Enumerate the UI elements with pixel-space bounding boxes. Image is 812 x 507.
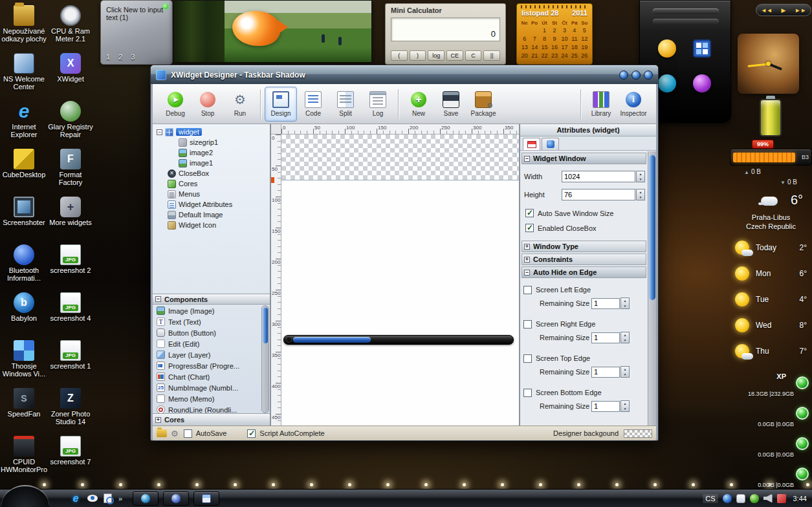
component-item[interactable]: ProgressBar (Progre... [154, 360, 260, 371]
spinner-up-icon[interactable] [637, 189, 644, 195]
toolbar-button-stop[interactable]: Stop [192, 87, 224, 122]
desktop-icon[interactable]: bBabylon [0, 290, 48, 338]
remaining-size-spinner[interactable] [620, 366, 630, 378]
edge-checkbox[interactable] [523, 286, 532, 294]
previous-track-icon[interactable]: ◄◄ [761, 7, 773, 14]
folder-icon[interactable] [157, 429, 167, 437]
toolbar-button-new[interactable]: New [402, 87, 435, 122]
spinner-down-icon[interactable] [637, 195, 644, 200]
drive-orb-icon[interactable] [796, 437, 809, 450]
collapse-icon[interactable] [524, 270, 530, 275]
calculator-button[interactable]: CE [446, 50, 463, 61]
window-titlebar[interactable]: XWidget Designer - Taskbar Shadow [151, 65, 658, 84]
tree-item-menus[interactable]: Menus [154, 189, 269, 199]
auto-save-checkbox[interactable] [525, 209, 534, 217]
media-gadget-icon[interactable] [693, 74, 711, 92]
drive-orb-icon[interactable] [796, 376, 809, 389]
calculator-button[interactable]: ( [391, 50, 408, 61]
calculator-button[interactable]: || [483, 50, 500, 61]
edge-checkbox[interactable] [523, 320, 532, 329]
component-item[interactable]: Text (Text) [154, 316, 260, 327]
quick-launch-overflow-icon[interactable]: » [118, 495, 122, 502]
components-scrollbar[interactable] [261, 305, 269, 413]
remaining-size-input[interactable] [591, 332, 620, 343]
calculator-button[interactable]: ) [410, 50, 426, 61]
section-auto-hide[interactable]: Auto Hide on Edge [521, 266, 646, 278]
toolbar-button-log[interactable]: Log [362, 87, 394, 122]
desktop-icon[interactable]: Screenshoter [0, 194, 48, 242]
tray-monitor-icon[interactable] [777, 494, 786, 503]
tree-item-widget-attributes[interactable]: Widget Attributes [154, 199, 269, 210]
toolbar-button-package[interactable]: Package [467, 87, 499, 122]
section-widget-window[interactable]: Widget Window [521, 153, 646, 164]
spinner-up-icon[interactable] [621, 401, 629, 406]
tree-item-image2[interactable]: image2 [154, 147, 269, 158]
components-header[interactable]: Components [153, 294, 270, 305]
tree-item-default-image[interactable]: Default Image [154, 210, 269, 220]
tiles-gadget-icon[interactable] [693, 39, 711, 58]
calculator-button[interactable]: C [465, 50, 482, 61]
spinner-down-icon[interactable] [637, 177, 644, 182]
toolbar-button-save[interactable]: Save [435, 87, 467, 122]
desktop-icon[interactable]: Glary Registry Repair [47, 98, 94, 146]
next-track-icon[interactable]: ►► [795, 7, 806, 14]
edge-checkbox[interactable] [523, 389, 532, 397]
autosave-checkbox[interactable] [184, 429, 192, 438]
desktop-icon[interactable]: JPGscreenshot 7 [47, 433, 94, 481]
spinner-down-icon[interactable] [621, 372, 629, 377]
toolbar-button-run[interactable]: Run [224, 87, 256, 122]
desktop-icon[interactable]: JPGscreenshot 4 [47, 290, 94, 338]
design-canvas[interactable] [281, 135, 519, 426]
expand-icon[interactable] [524, 257, 530, 263]
expand-icon[interactable] [524, 244, 530, 250]
desktop-icon[interactable]: SSpeedFan [0, 385, 48, 433]
desktop-icon[interactable]: ZZoner Photo Studio 14 [47, 385, 94, 433]
component-item[interactable]: NumbImage (NumbI... [154, 382, 260, 393]
tab-properties[interactable] [523, 138, 540, 150]
ie-quick-launch-icon[interactable]: e [70, 493, 82, 504]
desktop-icon[interactable]: Bluetooth Informati... [0, 242, 48, 290]
desktop-icon[interactable]: JPGscreenshot 1 [47, 338, 94, 385]
tree-expander-icon[interactable] [157, 129, 162, 135]
component-item[interactable]: Memo (Memo) [154, 393, 260, 404]
desktop-icon[interactable]: Nepoužívané odkazy plochy [0, 3, 48, 50]
remaining-size-spinner[interactable] [620, 400, 630, 412]
desktop-icon[interactable]: JPGscreenshot 2 [47, 242, 94, 290]
tree-item-widget-icon[interactable]: Widget Icon [154, 220, 269, 230]
remaining-size-input[interactable] [591, 298, 620, 309]
spinner-up-icon[interactable] [621, 298, 629, 303]
spinner-down-icon[interactable] [621, 406, 629, 411]
desktop-icon[interactable]: eInternet Explorer [0, 98, 48, 146]
desktop-icon[interactable]: FFormat Factory [47, 146, 94, 194]
desktop-icon[interactable]: Thoosje Windows Vi... [0, 338, 48, 385]
gear-icon[interactable]: ⚙ [171, 429, 179, 438]
spinner-up-icon[interactable] [637, 171, 644, 177]
language-indicator[interactable]: CS [703, 494, 718, 503]
spinner-down-icon[interactable] [621, 303, 629, 308]
toolbar-button-inspector[interactable]: Inspector [617, 87, 650, 122]
tree-item-cores[interactable]: Cores [154, 178, 269, 189]
component-item[interactable]: RoundLine (Roundli... [154, 404, 260, 413]
eye-quick-launch-icon[interactable] [87, 495, 98, 502]
minimize-button[interactable] [619, 70, 628, 80]
script-autocomplete-checkbox[interactable] [247, 429, 256, 438]
enabled-closebox-checkbox[interactable] [525, 224, 534, 232]
toolbar-button-design[interactable]: Design [265, 87, 297, 122]
scrollbar-thumb[interactable] [263, 307, 268, 343]
tray-shield-icon[interactable] [750, 494, 759, 503]
spinner-down-icon[interactable] [621, 338, 629, 343]
attributes-scrollbar[interactable] [648, 151, 656, 426]
play-icon[interactable]: ▶ [782, 7, 786, 14]
clock-gadget-icon[interactable] [658, 74, 676, 92]
component-item[interactable]: Button (Button) [154, 327, 260, 338]
toolbar-button-code[interactable]: Code [297, 87, 329, 122]
width-input[interactable] [562, 171, 635, 182]
collapse-icon[interactable] [524, 156, 530, 162]
height-input[interactable] [562, 189, 635, 200]
tree-item-sizegrip1[interactable]: sizegrip1 [154, 137, 269, 147]
search-quick-launch-icon[interactable] [104, 493, 112, 503]
spinner-up-icon[interactable] [621, 367, 629, 372]
section-constraints[interactable]: Constraints [521, 253, 646, 265]
edge-checkbox[interactable] [523, 354, 532, 363]
remaining-size-input[interactable] [591, 401, 620, 412]
